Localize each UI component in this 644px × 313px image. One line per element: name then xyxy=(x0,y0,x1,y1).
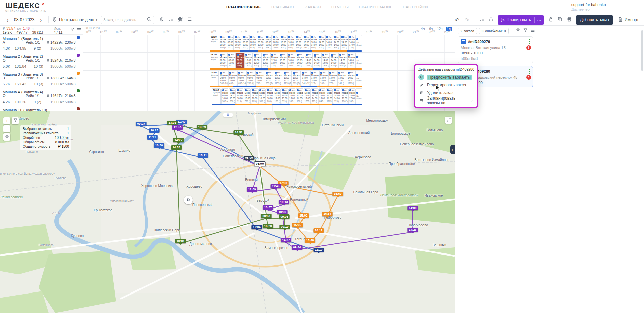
orders-trash-icon[interactable] xyxy=(515,28,521,34)
route-stop[interactable]: #mМосква14:0014:001276 ( xyxy=(325,35,333,50)
map-time-marker[interactable]: 11:10 xyxy=(314,248,324,252)
route-stop[interactable]: #mМосква08:0010:00776 (2 xyxy=(244,88,251,104)
logo[interactable]: ШЕДЕКС ОПТИМАЛЬНЫЕ МАРШРУТЫ xyxy=(5,2,83,12)
range-button-1д[interactable]: 1д xyxy=(446,27,452,31)
route-stop[interactable]: #mМосква14:0014:00776 ( xyxy=(328,71,337,86)
map-time-marker[interactable]: 09:19 xyxy=(279,225,290,229)
redo-button[interactable]: ↷ xyxy=(462,16,471,24)
route-stop[interactable]: #mМосква14:0017:001205 ( xyxy=(347,71,355,86)
route-stop[interactable]: #mМосква13:0014:00113 ( xyxy=(279,53,287,68)
route-stop[interactable]: #mМосква14:0014:001419 ( xyxy=(305,53,313,68)
route-stop[interactable]: #mМосква10:0014:00919 (8) xyxy=(292,71,301,86)
vehicle-row[interactable]: Машина 1 (Водитель 1)АРейс 1/114229кг 23… xyxy=(0,35,83,52)
route-stop[interactable]: #mМосква08:0008:00200 ( xyxy=(236,53,244,68)
vehicle-row[interactable]: Машина 10 (Водитель 10) xyxy=(0,106,83,111)
route-stop[interactable]: #mМосква14:0017:001062 ( xyxy=(341,88,348,104)
undo-button[interactable]: ↶ xyxy=(453,16,461,24)
route-stop[interactable]: #mМосква14:0017:00141 ( xyxy=(340,35,348,50)
map-time-marker[interactable]: 09:05 xyxy=(279,214,289,219)
order-card[interactable]: #mID409279Москва, Вятская улица 1508:00 … xyxy=(458,36,533,63)
nav-planning[interactable]: ПЛАНИРОВАНИЕ xyxy=(226,5,261,9)
map-time-marker[interactable]: 16:59 xyxy=(332,192,343,196)
map-time-marker[interactable]: 15:21 xyxy=(198,153,208,158)
route-end-cell[interactable]: Це depot xyxy=(355,71,362,87)
route-stop[interactable]: #mМосква08:0010:00705 ( xyxy=(255,71,264,86)
map-time-marker[interactable]: 10:57 xyxy=(263,205,273,210)
route-stop[interactable]: #mМосква14:0014:001205 ( xyxy=(347,53,355,68)
route-stop[interactable]: #mМосква14:0017:00141 ( xyxy=(337,71,346,86)
route-stop[interactable]: #mМосква08:0010:00100 (2 xyxy=(227,35,234,50)
map-expand-button[interactable] xyxy=(445,117,452,124)
map-time-marker[interactable]: 09:44 xyxy=(292,245,302,250)
auto-sort-button[interactable] xyxy=(478,16,486,24)
map-time-marker[interactable]: 17:04 xyxy=(251,225,262,229)
map-time-marker[interactable]: 12:40 xyxy=(172,125,183,130)
route-stop[interactable]: #mМосква08:0010:00500 (20) xyxy=(219,71,228,86)
context-menu-item-1[interactable]: Предложить варианты xyxy=(418,73,474,81)
route-stop[interactable]: #mМосква10:0014:00100 ( xyxy=(296,88,303,104)
vehicle-row[interactable]: Машина 2 (Водитель 2)ОРейс 1/115248кг 21… xyxy=(0,52,83,70)
route-stop[interactable]: #mМосква14:0017:00990 ( xyxy=(348,88,355,104)
route-stop[interactable]: #mМосква08:0010:00848 ( xyxy=(249,35,257,50)
map-time-marker[interactable]: 10:01 xyxy=(175,239,186,243)
route-stop[interactable]: #mМосква14:0014:00100 ( xyxy=(319,71,328,86)
map-time-marker[interactable]: 14:51 xyxy=(233,130,244,135)
depot-home-marker[interactable] xyxy=(184,196,193,204)
route-stop[interactable]: #mМосква08:0010:00400 ( xyxy=(228,71,237,86)
fleet-filter-icon[interactable] xyxy=(70,27,75,33)
import-button[interactable]: Импорт xyxy=(618,17,639,23)
add-order-button[interactable]: Добавить заказ xyxy=(576,15,613,25)
copy-button[interactable] xyxy=(556,16,564,24)
range-button-12ч[interactable]: 12ч xyxy=(436,27,444,31)
map-time-marker[interactable]: 13:01 xyxy=(167,121,177,125)
map-settings-button[interactable] xyxy=(3,133,10,141)
plan-button[interactable]: ▷Планировать ⋯ xyxy=(498,15,544,25)
route-stop[interactable]: #mМосква08:0010:00633 (14) xyxy=(237,71,246,86)
route-stop[interactable]: #mМосква08:0010:00800 ( xyxy=(229,88,236,104)
list-view-button[interactable] xyxy=(186,16,194,24)
toolbar-date[interactable]: 08.07.2023 xyxy=(14,17,34,22)
route-stop[interactable]: #mМосква14:0014:00113 ( xyxy=(311,88,318,104)
route-stop[interactable]: #mМосква08:0010:00633 (8) xyxy=(265,71,273,86)
route-stop[interactable]: #mМосква14:0014:00113 ( xyxy=(333,88,340,104)
map-zoom-out-button[interactable]: − xyxy=(3,125,10,132)
map-time-marker[interactable]: 15:48 xyxy=(305,238,315,243)
route-stop[interactable]: #mМосква14:0014:001205 ( xyxy=(304,88,311,104)
route-stop[interactable]: #mМосква10:0012:001276 (20) xyxy=(283,71,291,86)
route-stop[interactable]: #mМосква14:0014:00848 ( xyxy=(318,88,325,104)
range-button-6ч[interactable]: 6ч xyxy=(428,27,434,31)
route-stop[interactable]: #mМосква14:0014:001205 ( xyxy=(326,88,333,104)
planning-settings-button[interactable] xyxy=(157,16,165,24)
route-stop[interactable]: #mМосква12:0013:00121 ( xyxy=(270,53,278,68)
vehicle-row[interactable]: Машина 3 (Водитель 3)ЗРейс 1/113855кг 16… xyxy=(0,70,83,88)
route-stop[interactable]: #mМосква14:0017:00134 ( xyxy=(348,35,356,50)
route-stop[interactable]: #mМосква08:0010:00919 ( xyxy=(236,88,243,104)
route-stop[interactable]: #mМосква14:0014:00141 (12) xyxy=(301,71,310,86)
route-end-cell[interactable]: Це depot xyxy=(355,88,362,105)
map-time-marker[interactable]: 08:53 xyxy=(261,214,271,218)
vehicle-row[interactable]: Машина 4 (Водитель 4)ОРейс 1/114647кг 21… xyxy=(0,88,83,106)
nav-settings[interactable]: НАСТРОЙКИ xyxy=(403,5,428,9)
nav-reports[interactable]: ОТЧЕТЫ xyxy=(331,5,349,9)
date-prev-button[interactable]: ‹ xyxy=(3,16,11,24)
route-stop[interactable]: #mМосква14:0014:00400 ( xyxy=(318,35,325,50)
map-time-marker[interactable]: 14:37 xyxy=(281,238,291,242)
route-depot-cell[interactable]: 08:09Центра depot xyxy=(212,88,221,105)
context-menu-item-2[interactable]: Редактировать заказ xyxy=(418,81,474,89)
map-time-marker[interactable]: 11:45 xyxy=(271,184,281,188)
map-time-marker[interactable]: 14:23 xyxy=(407,228,418,232)
panel-collapse-handle[interactable]: › xyxy=(450,145,455,154)
route-stop[interactable]: #mМосква08:0010:00705 (6) xyxy=(246,71,255,86)
scan-grid-button[interactable] xyxy=(176,16,184,24)
route-end-cell[interactable]: Це depot xyxy=(355,53,362,70)
map-time-marker[interactable]: 14:53 xyxy=(171,145,182,150)
map-time-marker[interactable]: 16:20 xyxy=(263,224,273,228)
route-stop[interactable]: #mМосква10:0014:00776 (6) xyxy=(295,35,302,50)
route-stop[interactable]: #mМосква08:0010:00200 (1 xyxy=(219,35,226,50)
route-stop[interactable]: #mМосква14:0014:00123 ( xyxy=(310,71,319,86)
nav-orders[interactable]: ЗАКАЗЫ xyxy=(305,5,321,9)
route-stop[interactable]: #mМосква10:0012:00500 ( xyxy=(261,53,270,68)
map-time-marker[interactable]: 08:00 xyxy=(244,156,254,160)
export-routes-button[interactable] xyxy=(487,16,495,24)
map-time-marker[interactable]: 10:50 xyxy=(154,143,164,148)
